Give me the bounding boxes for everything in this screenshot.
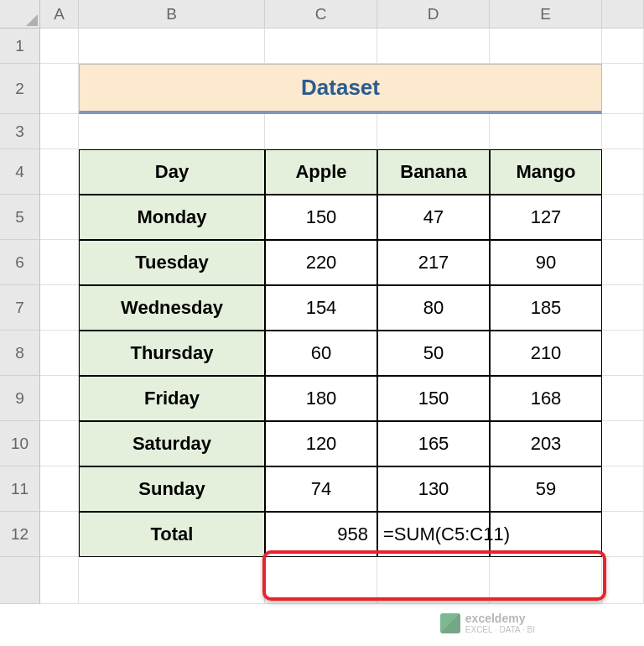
cell-extra[interactable]: [602, 557, 644, 604]
data-cell[interactable]: 203: [490, 421, 602, 466]
cell-a8[interactable]: [40, 331, 79, 376]
cell-c1[interactable]: [265, 29, 377, 64]
data-cell[interactable]: 80: [377, 285, 490, 331]
cell-f8[interactable]: [602, 331, 644, 376]
cell-a1[interactable]: [40, 29, 79, 64]
data-cell[interactable]: 130: [377, 466, 490, 512]
header-mango[interactable]: Mango: [490, 149, 602, 195]
data-cell[interactable]: 127: [490, 195, 602, 240]
total-value-c12[interactable]: 958: [265, 512, 377, 557]
cell-extra[interactable]: [40, 557, 79, 604]
data-cell[interactable]: 60: [265, 331, 377, 376]
data-cell[interactable]: 180: [265, 376, 377, 421]
col-header-e[interactable]: E: [490, 0, 602, 29]
day-label[interactable]: Thursday: [79, 331, 265, 376]
cell-extra[interactable]: [377, 557, 490, 604]
cell-f1[interactable]: [602, 29, 644, 64]
cell-extra[interactable]: [79, 557, 265, 604]
row-header-11[interactable]: 11: [0, 466, 40, 512]
data-cell[interactable]: 120: [265, 421, 377, 466]
cell-a11[interactable]: [40, 466, 79, 512]
spreadsheet-grid: A B C D E 1 2 Dataset 3 4 Day Apple: [0, 0, 644, 646]
data-cell[interactable]: 74: [265, 466, 377, 512]
data-cell[interactable]: 165: [377, 421, 490, 466]
data-cell[interactable]: 90: [490, 240, 602, 285]
cell-b1[interactable]: [79, 29, 265, 64]
cell-a4[interactable]: [40, 149, 79, 195]
data-cell[interactable]: 47: [377, 195, 490, 240]
header-apple[interactable]: Apple: [265, 149, 377, 195]
cell-e1[interactable]: [490, 29, 602, 64]
cell-c3[interactable]: [265, 114, 377, 149]
cell-a7[interactable]: [40, 285, 79, 331]
row-header-8[interactable]: 8: [0, 331, 40, 376]
row-header-2[interactable]: 2: [0, 64, 40, 114]
formula-text: =SUM(C5:C11): [383, 524, 510, 545]
cell-d1[interactable]: [377, 29, 490, 64]
formula-cell-d12[interactable]: =SUM(C5:C11): [377, 512, 490, 557]
row-header-5[interactable]: 5: [0, 195, 40, 240]
row-header-12[interactable]: 12: [0, 512, 40, 557]
watermark: exceldemy EXCEL · DATA · BI: [440, 612, 535, 634]
data-cell[interactable]: 210: [490, 331, 602, 376]
col-header-a[interactable]: A: [40, 0, 79, 29]
row-header-3[interactable]: 3: [0, 114, 40, 149]
col-header-c[interactable]: C: [265, 0, 377, 29]
cell-f7[interactable]: [602, 285, 644, 331]
cell-a2[interactable]: [40, 64, 79, 114]
dataset-title[interactable]: Dataset: [79, 64, 602, 114]
cell-b3[interactable]: [79, 114, 265, 149]
row-header-9[interactable]: 9: [0, 376, 40, 421]
cell-a12[interactable]: [40, 512, 79, 557]
day-label[interactable]: Friday: [79, 376, 265, 421]
header-banana[interactable]: Banana: [377, 149, 490, 195]
data-cell[interactable]: 217: [377, 240, 490, 285]
day-label[interactable]: Tuesday: [79, 240, 265, 285]
cell-f9[interactable]: [602, 376, 644, 421]
row-header-7[interactable]: 7: [0, 285, 40, 331]
day-label[interactable]: Monday: [79, 195, 265, 240]
cell-f4[interactable]: [602, 149, 644, 195]
cell-a10[interactable]: [40, 421, 79, 466]
data-cell[interactable]: 185: [490, 285, 602, 331]
header-day[interactable]: Day: [79, 149, 265, 195]
data-cell[interactable]: 150: [265, 195, 377, 240]
col-header-extra[interactable]: [602, 0, 644, 29]
data-cell[interactable]: 154: [265, 285, 377, 331]
row-header-4[interactable]: 4: [0, 149, 40, 195]
cell-f12[interactable]: [602, 512, 644, 557]
col-header-d[interactable]: D: [377, 0, 490, 29]
cell-a3[interactable]: [40, 114, 79, 149]
cell-a6[interactable]: [40, 240, 79, 285]
watermark-brand: exceldemy: [465, 612, 535, 625]
cell-f5[interactable]: [602, 195, 644, 240]
watermark-tagline: EXCEL · DATA · BI: [465, 625, 535, 634]
row-header-1[interactable]: 1: [0, 29, 40, 64]
col-header-b[interactable]: B: [79, 0, 265, 29]
cell-f3[interactable]: [602, 114, 644, 149]
day-label[interactable]: Wednesday: [79, 285, 265, 331]
data-cell[interactable]: 168: [490, 376, 602, 421]
cell-f6[interactable]: [602, 240, 644, 285]
data-cell[interactable]: 50: [377, 331, 490, 376]
cell-f11[interactable]: [602, 466, 644, 512]
row-header-10[interactable]: 10: [0, 421, 40, 466]
cell-f10[interactable]: [602, 421, 644, 466]
day-label[interactable]: Sunday: [79, 466, 265, 512]
select-all-corner[interactable]: [0, 0, 40, 29]
total-label[interactable]: Total: [79, 512, 265, 557]
cell-d3[interactable]: [377, 114, 490, 149]
row-header-extra[interactable]: [0, 557, 40, 604]
cell-f2[interactable]: [602, 64, 644, 114]
cell-extra[interactable]: [265, 557, 377, 604]
day-label[interactable]: Saturday: [79, 421, 265, 466]
data-cell[interactable]: 220: [265, 240, 377, 285]
excel-icon: [440, 613, 460, 633]
cell-a5[interactable]: [40, 195, 79, 240]
cell-a9[interactable]: [40, 376, 79, 421]
row-header-6[interactable]: 6: [0, 240, 40, 285]
data-cell[interactable]: 59: [490, 466, 602, 512]
cell-e3[interactable]: [490, 114, 602, 149]
data-cell[interactable]: 150: [377, 376, 490, 421]
cell-extra[interactable]: [490, 557, 602, 604]
